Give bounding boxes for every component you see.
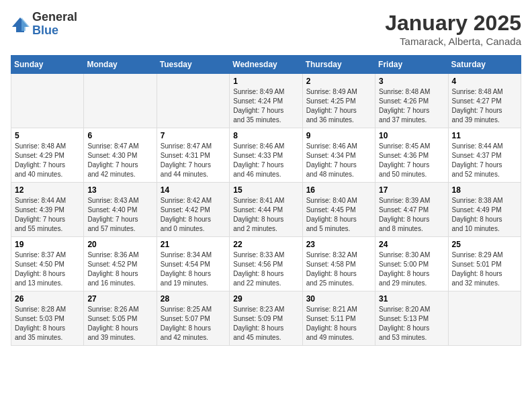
- calendar-week-1: 5Sunrise: 8:48 AM Sunset: 4:29 PM Daylig…: [11, 128, 521, 183]
- day-number: 14: [161, 185, 226, 195]
- day-content: Sunrise: 8:39 AM Sunset: 4:47 PM Dayligh…: [379, 196, 444, 234]
- calendar-cell-4-4: 30Sunrise: 8:21 AM Sunset: 5:11 PM Dayli…: [302, 291, 375, 346]
- day-content: Sunrise: 8:44 AM Sunset: 4:39 PM Dayligh…: [15, 196, 80, 234]
- calendar-week-0: 1Sunrise: 8:49 AM Sunset: 4:24 PM Daylig…: [11, 74, 521, 128]
- calendar-cell-1-6: 11Sunrise: 8:44 AM Sunset: 4:37 PM Dayli…: [448, 128, 521, 183]
- calendar-cell-3-3: 22Sunrise: 8:33 AM Sunset: 4:56 PM Dayli…: [230, 237, 302, 291]
- calendar-cell-3-1: 20Sunrise: 8:36 AM Sunset: 4:52 PM Dayli…: [84, 237, 157, 291]
- weekday-tuesday: Tuesday: [157, 56, 229, 74]
- calendar-cell-4-2: 28Sunrise: 8:25 AM Sunset: 5:07 PM Dayli…: [157, 291, 229, 346]
- day-number: 27: [87, 294, 152, 304]
- day-content: Sunrise: 8:49 AM Sunset: 4:25 PM Dayligh…: [306, 87, 371, 125]
- calendar-cell-3-6: 25Sunrise: 8:29 AM Sunset: 5:01 PM Dayli…: [448, 237, 521, 291]
- calendar-cell-2-0: 12Sunrise: 8:44 AM Sunset: 4:39 PM Dayli…: [11, 183, 84, 237]
- day-content: Sunrise: 8:32 AM Sunset: 4:58 PM Dayligh…: [306, 250, 371, 288]
- day-content: Sunrise: 8:30 AM Sunset: 5:00 PM Dayligh…: [379, 250, 444, 288]
- weekday-monday: Monday: [84, 56, 157, 74]
- calendar-cell-0-1: [84, 74, 157, 128]
- calendar-cell-0-0: [11, 74, 84, 128]
- day-number: 11: [452, 131, 517, 140]
- day-number: 3: [379, 77, 444, 86]
- location-text: Tamarack, Alberta, Canada: [385, 36, 521, 47]
- calendar-body: 1Sunrise: 8:49 AM Sunset: 4:24 PM Daylig…: [11, 74, 521, 346]
- calendar-cell-3-0: 19Sunrise: 8:37 AM Sunset: 4:50 PM Dayli…: [11, 237, 84, 291]
- calendar-week-4: 26Sunrise: 8:28 AM Sunset: 5:03 PM Dayli…: [11, 291, 521, 346]
- calendar-cell-2-2: 14Sunrise: 8:42 AM Sunset: 4:42 PM Dayli…: [157, 183, 229, 237]
- day-number: 8: [233, 131, 298, 140]
- day-content: Sunrise: 8:46 AM Sunset: 4:34 PM Dayligh…: [306, 142, 371, 179]
- day-content: Sunrise: 8:42 AM Sunset: 4:42 PM Dayligh…: [161, 196, 226, 234]
- day-content: Sunrise: 8:34 AM Sunset: 4:54 PM Dayligh…: [161, 250, 226, 288]
- day-content: Sunrise: 8:49 AM Sunset: 4:24 PM Dayligh…: [233, 87, 298, 125]
- logo-blue-text: Blue: [32, 24, 58, 37]
- svg-marker-2: [21, 17, 30, 31]
- calendar-cell-3-2: 21Sunrise: 8:34 AM Sunset: 4:54 PM Dayli…: [157, 237, 229, 291]
- day-number: 2: [306, 77, 371, 86]
- day-number: 1: [233, 77, 298, 86]
- day-content: Sunrise: 8:36 AM Sunset: 4:52 PM Dayligh…: [87, 250, 152, 288]
- logo: General Blue: [11, 11, 77, 38]
- calendar-cell-1-3: 8Sunrise: 8:46 AM Sunset: 4:33 PM Daylig…: [230, 128, 302, 183]
- calendar-week-3: 19Sunrise: 8:37 AM Sunset: 4:50 PM Dayli…: [11, 237, 521, 291]
- calendar-cell-4-3: 29Sunrise: 8:23 AM Sunset: 5:09 PM Dayli…: [230, 291, 302, 346]
- day-number: 4: [452, 77, 517, 86]
- weekday-saturday: Saturday: [448, 56, 521, 74]
- page-header: General Blue January 2025 Tamarack, Albe…: [11, 11, 521, 47]
- calendar-cell-2-6: 18Sunrise: 8:38 AM Sunset: 4:49 PM Dayli…: [448, 183, 521, 237]
- day-number: 19: [15, 240, 80, 249]
- day-content: Sunrise: 8:28 AM Sunset: 5:03 PM Dayligh…: [15, 305, 80, 342]
- title-block: January 2025 Tamarack, Alberta, Canada: [385, 11, 521, 47]
- day-content: Sunrise: 8:44 AM Sunset: 4:37 PM Dayligh…: [452, 142, 517, 179]
- day-number: 22: [233, 240, 298, 249]
- day-number: 7: [161, 131, 226, 140]
- day-content: Sunrise: 8:48 AM Sunset: 4:27 PM Dayligh…: [452, 87, 517, 125]
- calendar-week-2: 12Sunrise: 8:44 AM Sunset: 4:39 PM Dayli…: [11, 183, 521, 237]
- day-number: 10: [379, 131, 444, 140]
- calendar-cell-0-6: 4Sunrise: 8:48 AM Sunset: 4:27 PM Daylig…: [448, 74, 521, 128]
- weekday-row: Sunday Monday Tuesday Wednesday Thursday…: [11, 56, 521, 74]
- day-number: 23: [306, 240, 371, 249]
- month-title: January 2025: [385, 11, 521, 36]
- calendar-cell-3-4: 23Sunrise: 8:32 AM Sunset: 4:58 PM Dayli…: [302, 237, 375, 291]
- day-number: 13: [87, 185, 152, 195]
- calendar-cell-1-4: 9Sunrise: 8:46 AM Sunset: 4:34 PM Daylig…: [302, 128, 375, 183]
- day-number: 12: [15, 185, 80, 195]
- day-number: 20: [87, 240, 152, 249]
- day-content: Sunrise: 8:45 AM Sunset: 4:36 PM Dayligh…: [379, 142, 444, 179]
- calendar-cell-4-5: 31Sunrise: 8:20 AM Sunset: 5:13 PM Dayli…: [375, 291, 448, 346]
- day-number: 17: [379, 185, 444, 195]
- day-content: Sunrise: 8:38 AM Sunset: 4:49 PM Dayligh…: [452, 196, 517, 234]
- day-content: Sunrise: 8:40 AM Sunset: 4:45 PM Dayligh…: [306, 196, 371, 234]
- calendar-cell-1-5: 10Sunrise: 8:45 AM Sunset: 4:36 PM Dayli…: [375, 128, 448, 183]
- day-content: Sunrise: 8:26 AM Sunset: 5:05 PM Dayligh…: [87, 305, 152, 342]
- calendar-cell-2-4: 16Sunrise: 8:40 AM Sunset: 4:45 PM Dayli…: [302, 183, 375, 237]
- day-content: Sunrise: 8:48 AM Sunset: 4:29 PM Dayligh…: [15, 142, 80, 179]
- day-number: 24: [379, 240, 444, 249]
- day-number: 6: [87, 131, 152, 140]
- calendar-header: Sunday Monday Tuesday Wednesday Thursday…: [11, 56, 521, 74]
- day-number: 15: [233, 185, 298, 195]
- calendar-cell-3-5: 24Sunrise: 8:30 AM Sunset: 5:00 PM Dayli…: [375, 237, 448, 291]
- day-number: 16: [306, 185, 371, 195]
- day-number: 9: [306, 131, 371, 140]
- logo-general-text: General: [32, 10, 77, 24]
- day-content: Sunrise: 8:23 AM Sunset: 5:09 PM Dayligh…: [233, 305, 298, 342]
- calendar-cell-2-1: 13Sunrise: 8:43 AM Sunset: 4:40 PM Dayli…: [84, 183, 157, 237]
- calendar-cell-0-4: 2Sunrise: 8:49 AM Sunset: 4:25 PM Daylig…: [302, 74, 375, 128]
- calendar-table: Sunday Monday Tuesday Wednesday Thursday…: [11, 55, 521, 346]
- day-content: Sunrise: 8:20 AM Sunset: 5:13 PM Dayligh…: [379, 305, 444, 342]
- day-content: Sunrise: 8:47 AM Sunset: 4:30 PM Dayligh…: [87, 142, 152, 179]
- calendar-cell-4-0: 26Sunrise: 8:28 AM Sunset: 5:03 PM Dayli…: [11, 291, 84, 346]
- day-number: 31: [379, 294, 444, 304]
- day-content: Sunrise: 8:37 AM Sunset: 4:50 PM Dayligh…: [15, 250, 80, 288]
- day-content: Sunrise: 8:47 AM Sunset: 4:31 PM Dayligh…: [161, 142, 226, 179]
- logo-icon: [11, 15, 30, 34]
- day-number: 5: [15, 131, 80, 140]
- day-number: 25: [452, 240, 517, 249]
- day-content: Sunrise: 8:29 AM Sunset: 5:01 PM Dayligh…: [452, 250, 517, 288]
- day-content: Sunrise: 8:48 AM Sunset: 4:26 PM Dayligh…: [379, 87, 444, 125]
- day-number: 28: [161, 294, 226, 304]
- weekday-friday: Friday: [375, 56, 448, 74]
- day-content: Sunrise: 8:33 AM Sunset: 4:56 PM Dayligh…: [233, 250, 298, 288]
- calendar-cell-4-1: 27Sunrise: 8:26 AM Sunset: 5:05 PM Dayli…: [84, 291, 157, 346]
